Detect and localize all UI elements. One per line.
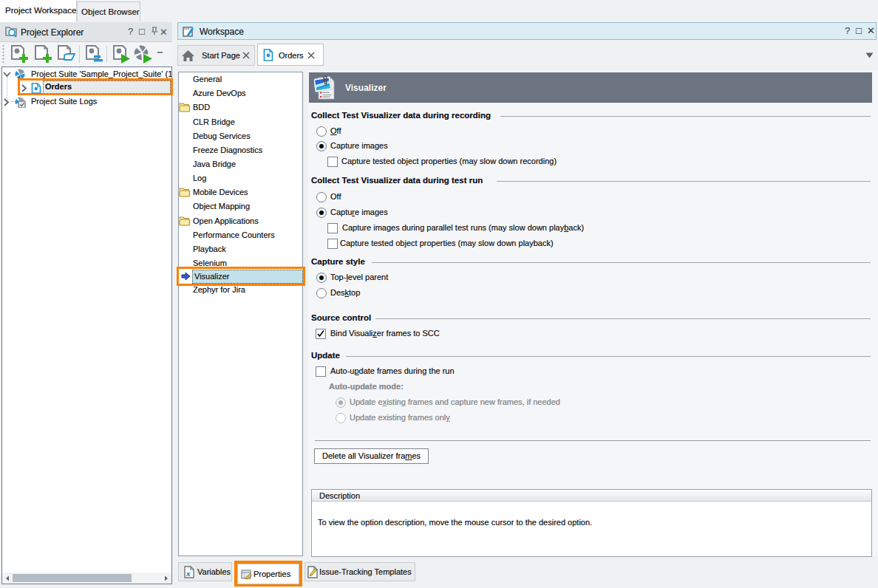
svg-text:x: x — [186, 569, 191, 578]
